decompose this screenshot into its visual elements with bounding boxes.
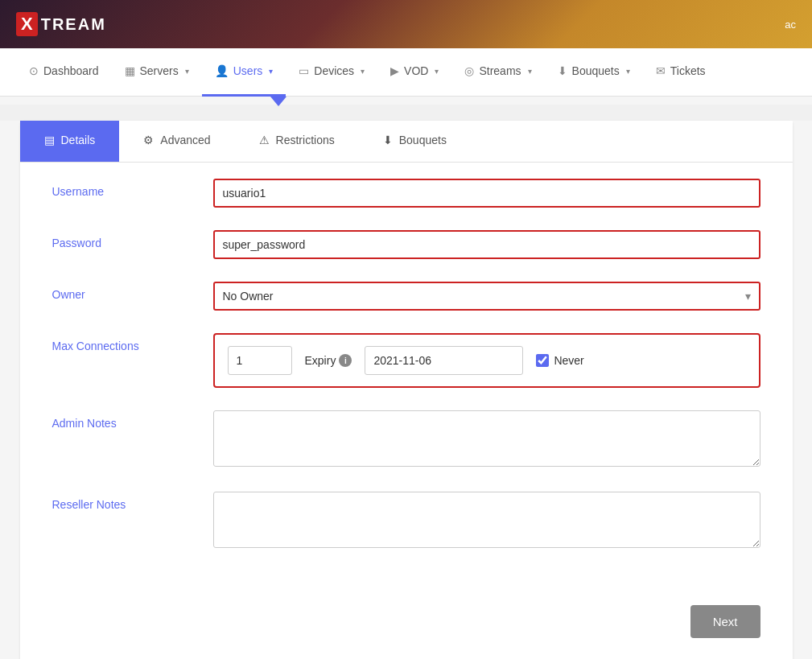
form-footer: Next [20,589,793,638]
restrictions-tab-icon: ⚠ [259,134,270,146]
reseller-notes-field [213,492,760,550]
max-connections-row: Max Connections Expiry i Never [52,333,760,388]
users-icon: 👤 [215,64,229,77]
nav-item-vod[interactable]: ▶ VOD ▾ [377,48,451,97]
owner-select-wrapper: No Owner ▾ [213,282,760,311]
user-form: Username Password Owner No Owner [20,163,793,589]
username-field [213,179,760,208]
content-panel: ▤ Details ⚙ Advanced ⚠ Restrictions ⬇ Bo… [20,121,793,659]
admin-notes-textarea[interactable] [213,410,760,467]
nav-item-tickets[interactable]: ✉ Tickets [643,48,719,97]
nav-label-streams: Streams [479,64,521,77]
reseller-notes-label: Reseller Notes [52,492,213,511]
details-tab-icon: ▤ [44,134,55,146]
username-label: Username [52,179,213,198]
owner-label: Owner [52,282,213,301]
nav-label-servers: Servers [140,64,179,77]
password-input[interactable] [213,230,760,259]
bouquets-arrow-icon: ▾ [626,67,630,76]
logo-x-icon: X [16,12,38,36]
tab-details[interactable]: ▤ Details [20,121,120,162]
expiry-date-input[interactable] [365,346,523,375]
streams-arrow-icon: ▾ [528,67,532,76]
password-label: Password [52,230,213,249]
bouquets-tab-icon: ⬇ [383,134,393,146]
servers-icon: ▦ [125,64,135,77]
admin-notes-label: Admin Notes [52,410,213,430]
never-label: Never [554,354,583,367]
expiry-text: Expiry [305,354,336,367]
devices-arrow-icon: ▾ [361,67,365,76]
owner-select[interactable]: No Owner [213,282,760,311]
logo: X TREAM [16,12,106,36]
nav-item-users[interactable]: 👤 Users ▾ [202,48,286,97]
connections-group: Expiry i Never [213,333,760,388]
username-row: Username [52,179,760,208]
expiry-label: Expiry i [305,354,352,367]
nav-label-bouquets: Bouquets [572,64,620,77]
password-row: Password [52,230,760,259]
nav-label-vod: VOD [404,64,428,77]
header: X TREAM ac [0,0,812,48]
header-user: ac [785,19,796,31]
username-input[interactable] [213,179,760,208]
password-field [213,230,760,259]
users-dropdown-caret [270,97,286,106]
bouquets-icon: ⬇ [558,64,567,77]
devices-icon: ▭ [299,64,309,77]
tabs-bar: ▤ Details ⚙ Advanced ⚠ Restrictions ⬇ Bo… [20,121,793,163]
advanced-tab-icon: ⚙ [143,134,154,146]
nav-item-servers[interactable]: ▦ Servers ▾ [112,48,202,97]
main-content: ▤ Details ⚙ Advanced ⚠ Restrictions ⬇ Bo… [0,121,812,659]
vod-icon: ▶ [390,64,399,77]
never-checkbox[interactable] [536,354,549,367]
dashboard-icon: ⊙ [29,64,39,77]
nav-label-dashboard: Dashboard [43,64,99,77]
reseller-notes-row: Reseller Notes [52,492,760,550]
streams-icon: ◎ [464,64,474,77]
main-nav: ⊙ Dashboard ▦ Servers ▾ 👤 Users ▾ ▭ Devi… [0,48,812,97]
nav-item-devices[interactable]: ▭ Devices ▾ [286,48,377,97]
users-arrow-icon: ▾ [269,67,273,76]
tab-advanced[interactable]: ⚙ Advanced [119,121,234,162]
owner-field: No Owner ▾ [213,282,760,311]
vod-arrow-icon: ▾ [435,67,439,76]
owner-row: Owner No Owner ▾ [52,282,760,311]
nav-item-dashboard[interactable]: ⊙ Dashboard [16,48,112,97]
tab-bouquets[interactable]: ⬇ Bouquets [359,121,471,162]
never-group: Never [536,354,583,367]
admin-notes-row: Admin Notes [52,410,760,469]
nav-item-streams[interactable]: ◎ Streams ▾ [451,48,544,97]
servers-arrow-icon: ▾ [185,67,189,76]
tickets-icon: ✉ [656,64,666,77]
nav-label-users: Users [233,64,263,77]
max-connections-label: Max Connections [52,333,213,352]
max-connections-field: Expiry i Never [213,333,760,388]
next-button[interactable]: Next [690,605,760,638]
expiry-info-icon[interactable]: i [339,354,352,367]
logo-text: TREAM [41,15,106,34]
tab-advanced-label: Advanced [160,134,210,146]
tab-restrictions[interactable]: ⚠ Restrictions [235,121,359,162]
admin-notes-field [213,410,760,469]
nav-label-devices: Devices [314,64,354,77]
tab-details-label: Details [61,134,96,146]
tab-restrictions-label: Restrictions [276,134,335,146]
nav-item-bouquets[interactable]: ⬇ Bouquets ▾ [545,48,643,97]
tab-bouquets-label: Bouquets [399,134,447,146]
max-connections-input[interactable] [228,346,292,375]
reseller-notes-textarea[interactable] [213,492,760,548]
nav-label-tickets: Tickets [670,64,706,77]
